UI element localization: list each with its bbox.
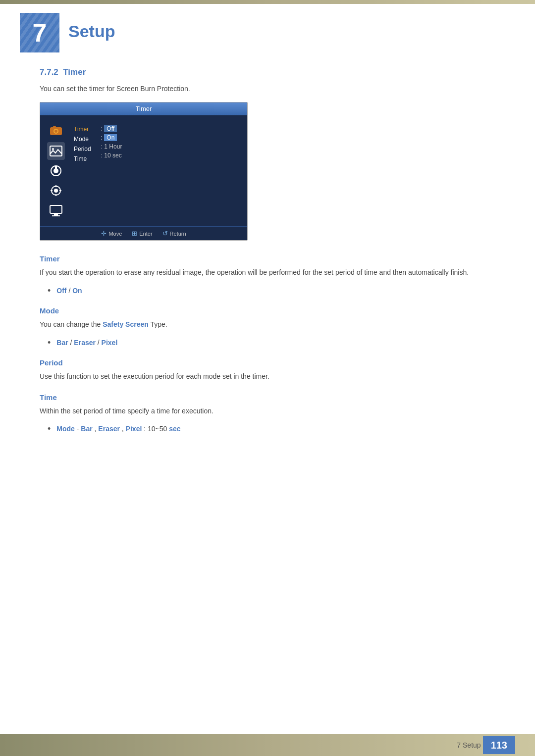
sidebar-icon-5 bbox=[47, 202, 65, 219]
section-description: You can set the timer for Screen Burn Pr… bbox=[40, 83, 495, 94]
period-subsection: Period Use this function to set the exec… bbox=[40, 358, 495, 382]
mode-bullet-text: Bar / Eraser / Pixel bbox=[56, 338, 117, 348]
bullet-dot-3: • bbox=[48, 424, 51, 433]
footer-return: ↺ Return bbox=[162, 230, 186, 237]
menu-row-time: Time bbox=[74, 154, 91, 164]
time-sec-highlight: sec bbox=[169, 425, 180, 433]
mode-subsection: Mode You can change the Safety Screen Ty… bbox=[40, 306, 495, 348]
period-heading: Period bbox=[40, 358, 495, 367]
footer-enter: ⊞ Enter bbox=[132, 230, 152, 237]
time-description: Within the set period of time specify a … bbox=[40, 405, 495, 416]
menu-value-timer: : Off bbox=[101, 124, 122, 133]
bullet-dot-1: • bbox=[48, 286, 51, 295]
timer-bullet: • Off / On bbox=[40, 286, 495, 296]
section-title: Timer bbox=[63, 67, 86, 77]
svg-point-10 bbox=[54, 189, 58, 193]
return-icon: ↺ bbox=[162, 230, 168, 237]
bullet-dot-2: • bbox=[48, 338, 51, 347]
menu-value-mode: : On bbox=[101, 133, 122, 142]
svg-rect-17 bbox=[52, 215, 60, 216]
timer-description: If you start the operation to erase any … bbox=[40, 267, 495, 278]
svg-rect-3 bbox=[53, 126, 56, 128]
ui-mockup: Timer bbox=[40, 102, 248, 241]
footer-label: 7 Setup bbox=[457, 741, 481, 749]
footer-return-label: Return bbox=[170, 231, 186, 237]
ui-footer: ✛ Move ⊞ Enter ↺ Return bbox=[40, 226, 247, 240]
enter-icon: ⊞ bbox=[132, 230, 137, 237]
svg-rect-14 bbox=[59, 190, 61, 191]
menu-label-timer: Timer bbox=[74, 126, 89, 133]
sidebar-icon-4 bbox=[47, 182, 65, 200]
chapter-header: 7 Setup bbox=[0, 4, 535, 52]
timer-subsection: Timer If you start the operation to eras… bbox=[40, 254, 495, 296]
mode-pixel-highlight: Pixel bbox=[102, 339, 118, 347]
footer-move-label: Move bbox=[108, 231, 122, 237]
mode-bar-highlight: Bar bbox=[56, 339, 68, 347]
svg-rect-11 bbox=[55, 185, 56, 187]
sidebar-icon-1 bbox=[47, 122, 65, 140]
footer-page-info: 7 Setup 113 bbox=[457, 736, 515, 754]
menu-row-mode: Mode bbox=[74, 134, 91, 144]
main-content: 7.7.2 Timer You can set the timer for Sc… bbox=[0, 67, 535, 475]
safety-screen-highlight: Safety Screen bbox=[103, 320, 149, 328]
timer-off-highlight: Off bbox=[56, 287, 66, 295]
menu-label-mode: Mode bbox=[74, 136, 89, 143]
mode-bullet: • Bar / Eraser / Pixel bbox=[40, 338, 495, 348]
svg-rect-8 bbox=[55, 166, 57, 170]
menu-label-time: Time bbox=[74, 155, 87, 162]
menu-row-timer: Timer bbox=[74, 124, 91, 134]
svg-rect-12 bbox=[55, 194, 56, 196]
time-bar-highlight: Bar bbox=[81, 425, 92, 433]
svg-point-2 bbox=[54, 130, 57, 133]
sidebar-icon-2 bbox=[47, 142, 65, 160]
time-eraser-highlight: Eraser bbox=[98, 425, 120, 433]
ui-titlebar: Timer bbox=[40, 102, 247, 115]
svg-rect-4 bbox=[50, 146, 62, 156]
timer-heading: Timer bbox=[40, 254, 495, 263]
menu-row-period: Period bbox=[74, 144, 91, 154]
footer-enter-label: Enter bbox=[139, 231, 152, 237]
timer-bullet-text: Off / On bbox=[56, 286, 82, 296]
period-description: Use this function to set the execution p… bbox=[40, 371, 495, 382]
svg-rect-16 bbox=[54, 213, 58, 215]
footer-move: ✛ Move bbox=[101, 230, 122, 237]
mode-eraser-highlight: Eraser bbox=[74, 339, 96, 347]
ui-sidebar bbox=[45, 120, 70, 221]
svg-rect-13 bbox=[51, 190, 53, 191]
footer-bar: 7 Setup 113 bbox=[0, 734, 535, 756]
time-bullet: • Mode - Bar , Eraser , Pixel : 10~50 se… bbox=[40, 424, 495, 434]
chapter-number-block: 7 bbox=[20, 13, 59, 52]
header-gradient-bar bbox=[0, 0, 535, 4]
time-heading: Time bbox=[40, 393, 495, 402]
time-mode-highlight: Mode bbox=[56, 425, 75, 433]
ui-menu-labels: Timer Mode Period Time bbox=[74, 124, 91, 164]
mode-description: You can change the Safety Screen Type. bbox=[40, 319, 495, 330]
svg-rect-15 bbox=[50, 205, 62, 213]
section-number: 7.7.2 bbox=[40, 67, 58, 77]
time-subsection: Time Within the set period of time speci… bbox=[40, 393, 495, 434]
svg-point-5 bbox=[52, 148, 54, 150]
time-bullet-text: Mode - Bar , Eraser , Pixel : 10~50 sec bbox=[56, 424, 180, 434]
sidebar-icon-3 bbox=[47, 162, 65, 180]
footer-page-number: 113 bbox=[483, 736, 515, 754]
chapter-title: Setup bbox=[59, 13, 115, 41]
section-heading: 7.7.2 Timer bbox=[40, 67, 495, 77]
move-icon: ✛ bbox=[101, 230, 107, 237]
ui-menu-values: : Off : On : 1 Hour : 10 sec bbox=[101, 124, 122, 164]
chapter-number: 7 bbox=[20, 13, 59, 52]
menu-value-period: : 1 Hour bbox=[101, 142, 122, 151]
ui-body: Timer Mode Period Time bbox=[40, 115, 247, 226]
timer-on-highlight: On bbox=[72, 287, 82, 295]
mode-heading: Mode bbox=[40, 306, 495, 315]
menu-value-time: : 10 sec bbox=[101, 151, 122, 160]
menu-label-period: Period bbox=[74, 146, 91, 152]
time-pixel-highlight: Pixel bbox=[126, 425, 142, 433]
ui-menu: Timer Mode Period Time bbox=[70, 120, 242, 221]
